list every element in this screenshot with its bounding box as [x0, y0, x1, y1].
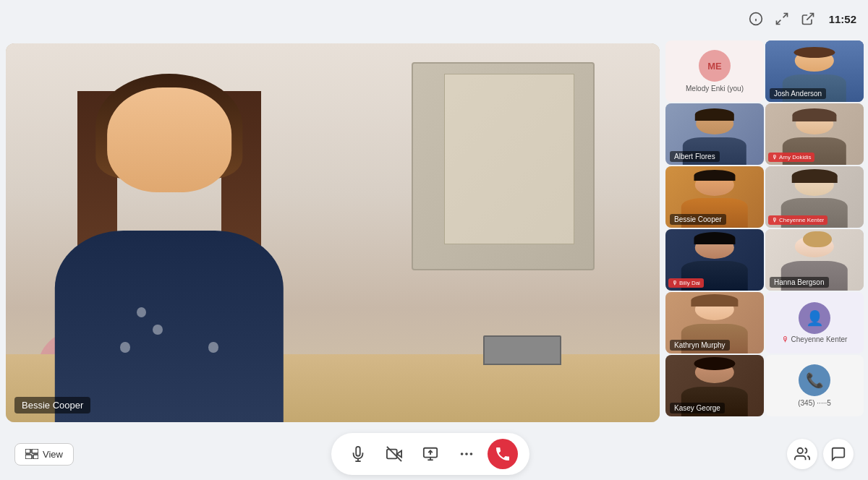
view-label: View: [43, 449, 63, 460]
svg-point-18: [470, 453, 473, 455]
view-button[interactable]: View: [14, 443, 74, 466]
participant-row-1: ME Melody Enki (you) Josh Anderson: [665, 40, 864, 102]
chat-button[interactable]: [823, 439, 854, 469]
participants-button[interactable]: [787, 439, 817, 469]
info-icon[interactable]: [748, 11, 764, 27]
participant-tile-bessie[interactable]: Bessie Cooper: [665, 166, 764, 228]
participant-tile-hanna[interactable]: Hanna Bergson: [765, 229, 864, 291]
participant-muted-cheyenne: 🎙 Cheyenne Kenter: [768, 215, 827, 225]
participant-tile-cheyenne2[interactable]: 👤 🎙 Cheyenne Kenter: [765, 292, 864, 353]
participant-tile-phone[interactable]: 📞 (345) ·····5: [765, 355, 864, 416]
video-button[interactable]: [379, 439, 409, 469]
participant-muted-billy: 🎙 Billy Dai: [668, 278, 704, 288]
video-icon: [386, 446, 402, 462]
svg-line-5: [807, 14, 813, 20]
right-controls: [787, 439, 854, 469]
external-link-icon[interactable]: [800, 11, 816, 27]
main-speaker-label: Bessie Cooper: [14, 397, 90, 413]
participant-label-billy: Billy Dai: [679, 280, 700, 286]
svg-rect-8: [25, 455, 32, 459]
main-area: Bessie Cooper ME Melody Enki (you) Josh …: [0, 38, 868, 428]
more-icon: [459, 446, 475, 462]
participant-tile-amy[interactable]: 🎙 Amy Dokidis: [765, 103, 864, 165]
main-video: Bessie Cooper: [6, 43, 660, 422]
svg-marker-12: [397, 450, 401, 457]
expand-icon[interactable]: [774, 11, 790, 27]
participants-icon: [794, 446, 810, 462]
participant-label-josh: Josh Anderson: [770, 88, 826, 99]
more-button[interactable]: [451, 439, 482, 469]
svg-point-17: [465, 453, 468, 455]
participant-row-4: 🎙 Billy Dai Hanna Bergson: [665, 229, 864, 291]
me-avatar: ME: [699, 50, 731, 82]
share-icon: [422, 446, 438, 462]
phone-number: (345) ·····5: [798, 399, 831, 407]
participant-tile-cheyenne[interactable]: 🎙 Cheyenne Kenter: [765, 166, 864, 228]
svg-rect-7: [32, 449, 38, 453]
cheyenne2-name: 🎙 Cheyenne Kenter: [782, 335, 848, 343]
center-controls: [331, 433, 529, 475]
top-bar: 11:52: [0, 0, 868, 38]
clock: 11:52: [829, 13, 856, 25]
participant-label-kathryn: Kathryn Murphy: [670, 340, 730, 351]
participant-row-2: Albert Flores 🎙 Amy Dokidis: [665, 103, 864, 165]
svg-rect-6: [25, 449, 30, 453]
svg-rect-9: [33, 455, 38, 459]
participant-label-amy: Amy Dokidis: [779, 154, 811, 160]
svg-line-4: [776, 20, 780, 25]
participant-muted-amy: 🎙 Amy Dokidis: [768, 153, 814, 162]
participant-tile-billy[interactable]: 🎙 Billy Dai: [665, 229, 764, 291]
participant-label-bessie: Bessie Cooper: [670, 214, 726, 225]
me-label: Melody Enki (you): [686, 85, 744, 93]
share-button[interactable]: [415, 439, 446, 469]
view-icon: [25, 449, 38, 459]
end-call-button[interactable]: [488, 439, 518, 469]
svg-line-3: [783, 14, 787, 18]
phone-icon-circle: 📞: [799, 364, 830, 396]
main-speaker-person: [6, 74, 333, 422]
participant-tile-kathryn[interactable]: Kathryn Murphy: [665, 292, 764, 353]
participant-row-5: Kathryn Murphy 👤 🎙 Cheyenne Kenter: [665, 292, 864, 353]
participant-label-hanna: Hanna Bergson: [770, 277, 829, 288]
participant-label-albert: Albert Flores: [670, 151, 720, 162]
chat-icon: [830, 446, 846, 462]
participant-tile-albert[interactable]: Albert Flores: [665, 103, 764, 165]
svg-point-16: [461, 453, 464, 455]
microphone-icon: [350, 446, 366, 462]
participant-row-3: Bessie Cooper 🎙 Cheyenne Kenter: [665, 166, 864, 228]
participant-tile-kasey[interactable]: Kasey George: [665, 355, 764, 416]
participant-label-kasey: Kasey George: [670, 403, 725, 413]
mute-button[interactable]: [343, 439, 373, 469]
participant-tile-josh[interactable]: Josh Anderson: [765, 40, 864, 102]
participant-row-6: Kasey George 📞 (345) ·····5: [665, 355, 864, 416]
svg-point-19: [798, 448, 803, 453]
participant-tile-me[interactable]: ME Melody Enki (you): [665, 40, 764, 102]
bottom-bar: View: [0, 428, 868, 480]
end-call-icon: [494, 445, 511, 463]
participant-label-cheyenne: Cheyenne Kenter: [779, 217, 824, 223]
participant-grid: ME Melody Enki (you) Josh Anderson: [665, 38, 868, 428]
cheyenne2-avatar-circle: 👤: [799, 302, 830, 334]
